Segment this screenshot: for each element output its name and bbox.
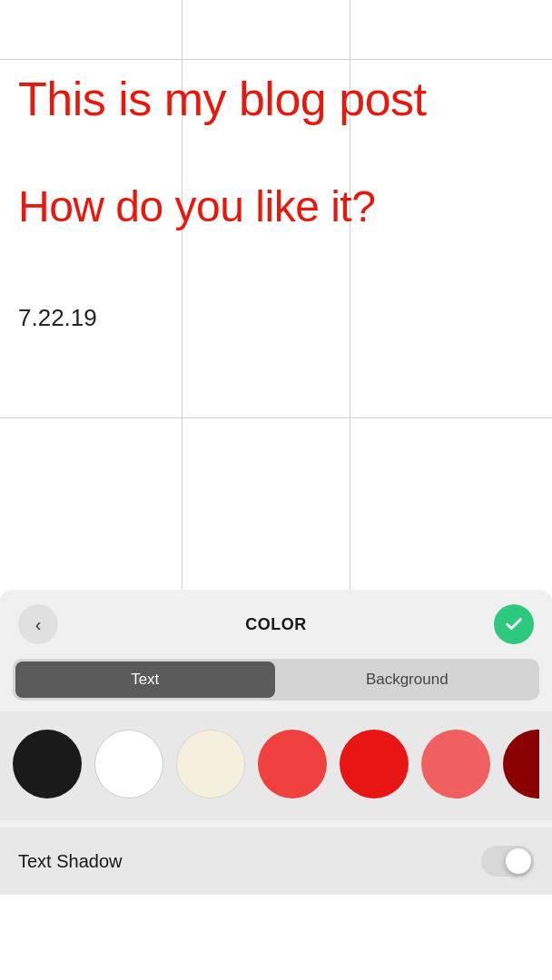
swatch-red[interactable] (340, 730, 409, 799)
checkmark-icon (504, 614, 524, 634)
segment-tabs: Text Background (13, 659, 539, 701)
grid-line-h2 (0, 417, 552, 418)
text-shadow-label: Text Shadow (18, 851, 123, 872)
toggle-thumb (506, 848, 531, 874)
swatches-row (13, 730, 539, 802)
blog-preview-area: This is my blog post How do you like it?… (0, 0, 552, 590)
text-shadow-toggle[interactable] (481, 846, 534, 877)
panel-header: ‹ COLOR (0, 590, 552, 659)
swatch-coral[interactable] (258, 730, 327, 799)
panel-title: COLOR (245, 615, 307, 634)
swatch-dark-red[interactable] (503, 730, 539, 799)
text-shadow-row: Text Shadow (0, 828, 552, 895)
confirm-button[interactable] (494, 604, 534, 644)
swatch-salmon[interactable] (421, 730, 490, 799)
blog-title: This is my blog post (18, 73, 534, 127)
swatch-black[interactable] (13, 730, 82, 799)
tab-background[interactable]: Background (278, 662, 537, 698)
back-button[interactable]: ‹ (18, 604, 58, 644)
tab-text[interactable]: Text (15, 662, 275, 698)
swatches-container (0, 711, 552, 820)
blog-content: This is my blog post How do you like it?… (0, 0, 552, 350)
swatch-cream[interactable] (176, 730, 245, 799)
color-panel: ‹ COLOR Text Background Text Shadow (0, 590, 552, 895)
toggle-track (481, 846, 534, 877)
blog-subtitle: How do you like it? (18, 181, 534, 231)
blog-date: 7.22.19 (18, 304, 534, 332)
back-icon: ‹ (35, 614, 42, 635)
swatch-white[interactable] (94, 730, 163, 799)
